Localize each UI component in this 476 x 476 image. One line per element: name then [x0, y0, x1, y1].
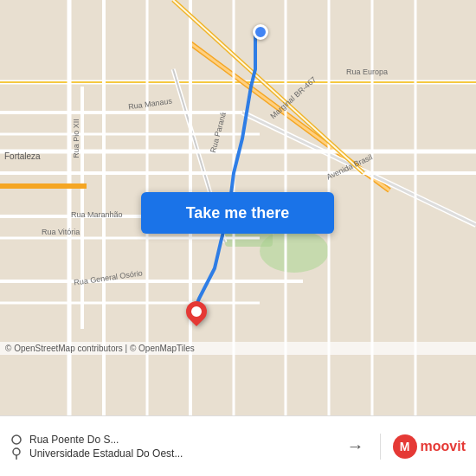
- divider: [380, 434, 381, 460]
- to-label: Universidade Estadual Do Oest...: [29, 447, 183, 460]
- route-to: Universidade Estadual Do Oest...: [10, 447, 337, 460]
- marker-dot: [190, 305, 204, 319]
- take-me-there-button[interactable]: Take me there: [141, 192, 334, 234]
- map-attribution: © OpenStreetMap contributors | © OpenMap…: [0, 342, 476, 355]
- road-label-vitoria: Rua Vitória: [42, 228, 80, 236]
- marker-pin: [182, 297, 211, 326]
- direction-arrow: →: [344, 436, 368, 456]
- to-icon: [10, 447, 23, 460]
- from-label: Rua Poente Do S...: [29, 434, 119, 446]
- from-icon: [10, 434, 23, 446]
- area-label-fortaleza: Fortaleza: [4, 151, 41, 161]
- svg-point-33: [13, 448, 20, 455]
- button-label: Take me there: [186, 204, 290, 222]
- destination-marker: [186, 301, 207, 329]
- moovit-logo-icon: M: [393, 434, 417, 459]
- road-label-pio-xii: Rua Pio XII: [72, 119, 80, 158]
- svg-point-32: [12, 435, 21, 444]
- moovit-logo-text: moovit: [421, 439, 466, 454]
- bottom-navigation-bar: Rua Poente Do S... Universidade Estadual…: [0, 415, 476, 476]
- road-label-europa: Rua Europa: [346, 68, 388, 76]
- route-from: Rua Poente Do S...: [10, 434, 337, 446]
- attribution-text: © OpenStreetMap contributors | © OpenMap…: [5, 344, 195, 353]
- route-info: Rua Poente Do S... Universidade Estadual…: [10, 434, 337, 460]
- moovit-logo: M moovit: [393, 434, 466, 459]
- map-area: Rua Manaus Rua Paraná Rua Pio XII Rua Eu…: [0, 0, 476, 415]
- origin-marker: [253, 24, 268, 40]
- road-label-maranhao: Rua Maranhão: [71, 210, 123, 219]
- app-container: Rua Manaus Rua Paraná Rua Pio XII Rua Eu…: [0, 0, 476, 476]
